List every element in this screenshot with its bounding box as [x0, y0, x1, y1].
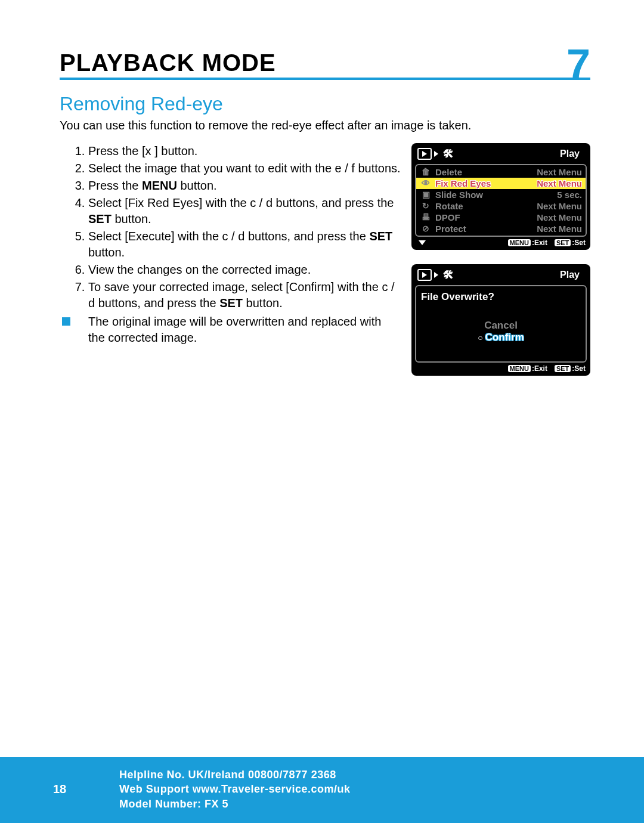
- menu-row-value: Next Menu: [537, 167, 582, 177]
- page-number: 18: [0, 782, 119, 796]
- menu-row-icon: ⊘: [420, 224, 432, 233]
- note-text: The original image will be overwritten a…: [88, 314, 401, 346]
- camera-screen-confirm: 🛠 Play File Overwrite? Cancel Confirm ME…: [411, 264, 590, 376]
- arrow-icon: [434, 151, 438, 157]
- overwrite-question: File Overwrite?: [421, 291, 581, 303]
- step-3: Press the MENU button.: [88, 178, 401, 194]
- footer-helpline: Helpline No. UK/Ireland 00800/7877 2368: [119, 768, 351, 782]
- chapter-title: PLAYBACK MODE: [60, 49, 276, 76]
- menu-row-label: Fix Red Eyes: [435, 178, 537, 188]
- wrench-icon: 🛠: [443, 269, 454, 281]
- menu-pill: MENU: [508, 365, 531, 372]
- menu-row-label: Rotate: [435, 201, 537, 211]
- square-bullet-icon: [62, 317, 70, 326]
- confirm-option: Confirm: [421, 332, 581, 344]
- menu-row-label: Delete: [435, 167, 537, 177]
- menu-row-icon: 🗑: [420, 167, 432, 177]
- down-arrow-icon: [419, 240, 426, 245]
- camera-screen-menu: 🛠 Play 🗑DeleteNext Menu👁Fix Red EyesNext…: [411, 143, 590, 250]
- screen-title: Play: [560, 270, 580, 280]
- footer-web: Web Support www.Traveler-service.com/uk: [119, 782, 351, 796]
- footer-model: Model Number: FX 5: [119, 797, 351, 811]
- step-2: Select the image that you want to edit w…: [88, 160, 401, 177]
- menu-row-icon: ↻: [420, 201, 432, 211]
- step-6: View the changes on the corrected image.: [88, 262, 401, 278]
- menu-row: ⊘ProtectNext Menu: [416, 223, 586, 234]
- menu-row-icon: 👁: [420, 178, 432, 188]
- chapter-number: 7: [566, 48, 590, 82]
- menu-row: 🗑DeleteNext Menu: [416, 166, 586, 178]
- menu-pill: MENU: [508, 239, 531, 246]
- wrench-icon: 🛠: [443, 148, 454, 160]
- step-5: Select [Execute] with the c / d buttons,…: [88, 228, 401, 261]
- cancel-option: Cancel: [421, 320, 581, 332]
- step-1: Press the [x ] button.: [88, 143, 401, 159]
- menu-row-icon: ▣: [420, 190, 432, 199]
- menu-row-value: Next Menu: [537, 212, 582, 222]
- menu-row: ↻RotateNext Menu: [416, 200, 586, 212]
- screen-title: Play: [560, 148, 580, 159]
- menu-row-icon: 🖶: [420, 212, 432, 222]
- menu-row-value: Next Menu: [537, 201, 582, 211]
- menu-row: ▣Slide Show5 sec.: [416, 189, 586, 200]
- set-pill: SET: [555, 365, 571, 372]
- arrow-icon: [434, 272, 438, 278]
- menu-row-label: DPOF: [435, 212, 537, 222]
- section-title: Removing Red-eye: [60, 93, 590, 115]
- step-7: To save your corrected image, select [Co…: [88, 279, 401, 311]
- page-footer: 18 Helpline No. UK/Ireland 00800/7877 23…: [0, 757, 644, 823]
- step-4: Select [Fix Red Eyes] with the c / d but…: [88, 195, 401, 227]
- menu-row-value: Next Menu: [537, 178, 582, 188]
- menu-row-value: Next Menu: [537, 224, 582, 234]
- playback-icon: [417, 269, 432, 281]
- section-intro: You can use this function to remove the …: [60, 119, 590, 132]
- menu-row-label: Slide Show: [435, 190, 557, 200]
- menu-list: 🗑DeleteNext Menu👁Fix Red EyesNext Menu▣S…: [415, 164, 587, 237]
- menu-row: 🖶DPOFNext Menu: [416, 212, 586, 223]
- menu-row-label: Protect: [435, 224, 537, 234]
- menu-row: 👁Fix Red EyesNext Menu: [416, 178, 586, 189]
- chapter-header: PLAYBACK MODE 7: [60, 42, 590, 80]
- set-pill: SET: [555, 239, 571, 246]
- note-row: The original image will be overwritten a…: [60, 314, 401, 346]
- menu-row-value: 5 sec.: [557, 190, 582, 200]
- playback-icon: [417, 148, 432, 160]
- step-list: Press the [x ] button. Select the image …: [60, 143, 401, 311]
